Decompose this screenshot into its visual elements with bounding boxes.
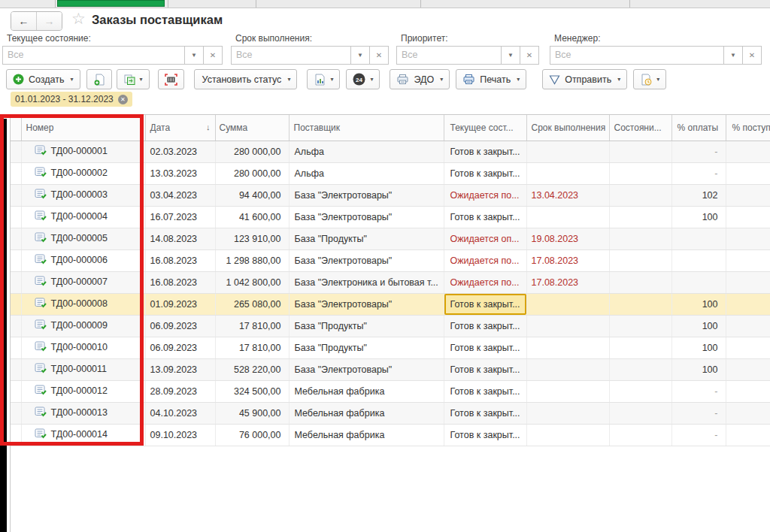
pay-percent-cell[interactable] xyxy=(671,228,726,249)
state-cell[interactable] xyxy=(609,141,671,162)
period-filter-tag[interactable]: 01.01.2023 - 31.12.2023 ✕ xyxy=(11,92,132,107)
pay-percent-cell[interactable] xyxy=(671,271,726,293)
pay-percent-cell[interactable]: 100 xyxy=(671,206,726,228)
supplier-cell[interactable]: База "Продукты" xyxy=(289,315,444,337)
clear-icon[interactable]: ✕ xyxy=(520,47,538,64)
reports-button[interactable]: ▾ xyxy=(307,69,340,89)
supplier-cell[interactable]: База "Продукты" xyxy=(289,337,444,358)
order-sum-cell[interactable]: 45 900,00 xyxy=(215,402,289,424)
pay-percent-cell[interactable]: - xyxy=(671,162,726,184)
due-date-cell[interactable] xyxy=(526,337,609,358)
print-button[interactable]: Печать ▾ xyxy=(456,69,526,89)
pay-percent-cell[interactable]: 100 xyxy=(671,358,726,380)
pay-percent-cell[interactable]: - xyxy=(671,380,726,402)
order-sum-cell[interactable]: 280 000,00 xyxy=(215,141,289,162)
current-state-cell[interactable]: Готов к закрыт... xyxy=(444,162,526,184)
manager-combobox[interactable]: Все ▼ ✕ xyxy=(550,46,762,65)
set-status-button[interactable]: Установить статус ▾ xyxy=(194,69,298,89)
order-sum-cell[interactable]: 123 910,00 xyxy=(215,228,289,249)
state-cell[interactable] xyxy=(609,337,671,358)
chevron-down-icon[interactable]: ▼ xyxy=(184,47,203,64)
order-sum-cell[interactable]: 17 810,00 xyxy=(215,315,289,337)
column-header-state[interactable]: Состояни... xyxy=(609,115,671,141)
due-date-cell[interactable] xyxy=(526,206,609,228)
state-cell[interactable] xyxy=(609,402,671,424)
order-sum-cell[interactable]: 1 298 880,00 xyxy=(215,249,289,271)
order-date-cell[interactable]: 01.09.2023 xyxy=(145,293,215,315)
receipt-percent-cell[interactable] xyxy=(726,271,770,293)
receipt-percent-cell[interactable] xyxy=(726,206,770,228)
current-state-cell[interactable]: Готов к закрыт... xyxy=(444,293,526,315)
clear-icon[interactable]: ✕ xyxy=(203,47,222,64)
current-state-combobox[interactable]: Все ▼ ✕ xyxy=(2,46,223,65)
create-button[interactable]: Создать ▾ xyxy=(6,69,80,89)
current-state-cell[interactable]: Ожидается по... xyxy=(444,271,526,293)
supplier-cell[interactable]: База "Электротовары" xyxy=(289,184,444,206)
due-date-cell[interactable] xyxy=(526,162,609,184)
due-date-cell[interactable]: 17.08.2023 xyxy=(526,249,609,271)
column-header-receipt-percent[interactable]: % поступ xyxy=(726,115,770,141)
state-cell[interactable] xyxy=(609,206,671,228)
state-cell[interactable] xyxy=(609,271,671,293)
order-sum-cell[interactable]: 17 810,00 xyxy=(215,337,289,358)
state-cell[interactable] xyxy=(609,424,671,446)
pay-percent-cell[interactable]: - xyxy=(671,141,726,162)
state-cell[interactable] xyxy=(609,249,671,271)
supplier-cell[interactable]: Мебельная фабрика xyxy=(289,424,444,446)
current-state-cell[interactable]: Готов к закрыт... xyxy=(444,358,526,380)
receipt-percent-cell[interactable] xyxy=(726,228,770,249)
receipt-percent-cell[interactable] xyxy=(726,424,770,446)
receipt-percent-cell[interactable] xyxy=(726,358,770,380)
favorite-star-icon[interactable]: ☆ xyxy=(71,10,86,28)
send-button[interactable]: Отправить ▾ xyxy=(542,69,627,89)
order-sum-cell[interactable]: 324 500,00 xyxy=(215,380,289,402)
due-date-cell[interactable] xyxy=(526,141,609,162)
current-state-cell[interactable]: Готов к закрыт... xyxy=(444,424,526,446)
current-state-cell[interactable]: Ожидается оп... xyxy=(444,228,526,249)
state-cell[interactable] xyxy=(609,315,671,337)
create-by-copy-button[interactable] xyxy=(86,69,112,89)
chevron-down-icon[interactable]: ▼ xyxy=(723,47,742,64)
order-date-cell[interactable]: 03.04.2023 xyxy=(145,184,215,206)
order-date-cell[interactable]: 28.09.2023 xyxy=(145,380,215,402)
supplier-cell[interactable]: База "Электротовары" xyxy=(289,293,444,315)
column-header-due-date[interactable]: Срок выполнения xyxy=(526,115,609,141)
pay-percent-cell[interactable]: 102 xyxy=(671,184,726,206)
order-sum-cell[interactable]: 41 600,00 xyxy=(215,206,289,228)
clear-icon[interactable]: ✕ xyxy=(369,47,388,64)
remove-period-filter-icon[interactable]: ✕ xyxy=(118,95,128,104)
receipt-percent-cell[interactable] xyxy=(726,337,770,358)
receipt-percent-cell[interactable] xyxy=(726,141,770,162)
state-cell[interactable] xyxy=(609,380,671,402)
back-button[interactable]: ← xyxy=(11,12,37,30)
receipt-percent-cell[interactable] xyxy=(726,402,770,424)
priority-combobox[interactable]: Все ▼ ✕ xyxy=(396,46,539,65)
due-date-cell[interactable] xyxy=(526,293,609,315)
pay-percent-cell[interactable]: 100 xyxy=(671,293,726,315)
supplier-cell[interactable]: База "Электроника и бытовая т... xyxy=(289,271,444,293)
order-date-cell[interactable]: 16.08.2023 xyxy=(145,249,215,271)
order-sum-cell[interactable]: 265 080,00 xyxy=(215,293,289,315)
column-header-current-state[interactable]: Текущее сост... xyxy=(444,115,526,141)
pay-percent-cell[interactable] xyxy=(671,249,726,271)
order-date-cell[interactable]: 14.08.2023 xyxy=(145,228,215,249)
supplier-cell[interactable]: Альфа xyxy=(289,162,444,184)
order-date-cell[interactable]: 16.07.2023 xyxy=(145,206,215,228)
due-date-cell[interactable] xyxy=(526,315,609,337)
order-date-cell[interactable]: 06.09.2023 xyxy=(145,315,215,337)
receipt-percent-cell[interactable] xyxy=(726,315,770,337)
current-state-cell[interactable]: Готов к закрыт... xyxy=(444,315,526,337)
column-header-sum[interactable]: Сумма xyxy=(215,115,289,141)
pay-percent-cell[interactable]: 100 xyxy=(671,337,726,358)
state-cell[interactable] xyxy=(609,162,671,184)
column-header-pay-percent[interactable]: % оплаты xyxy=(671,115,726,141)
column-header-date[interactable]: Дата↓ xyxy=(145,115,215,141)
supplier-cell[interactable]: Альфа xyxy=(289,141,444,162)
receipt-percent-cell[interactable] xyxy=(726,249,770,271)
current-state-cell[interactable]: Ожидается по... xyxy=(444,184,526,206)
copy-button[interactable]: ▾ xyxy=(117,69,150,89)
current-state-cell[interactable]: Готов к закрыт... xyxy=(444,380,526,402)
pay-percent-cell[interactable]: - xyxy=(671,402,726,424)
order-date-cell[interactable]: 13.09.2023 xyxy=(145,358,215,380)
order-date-cell[interactable]: 04.10.2023 xyxy=(145,402,215,424)
